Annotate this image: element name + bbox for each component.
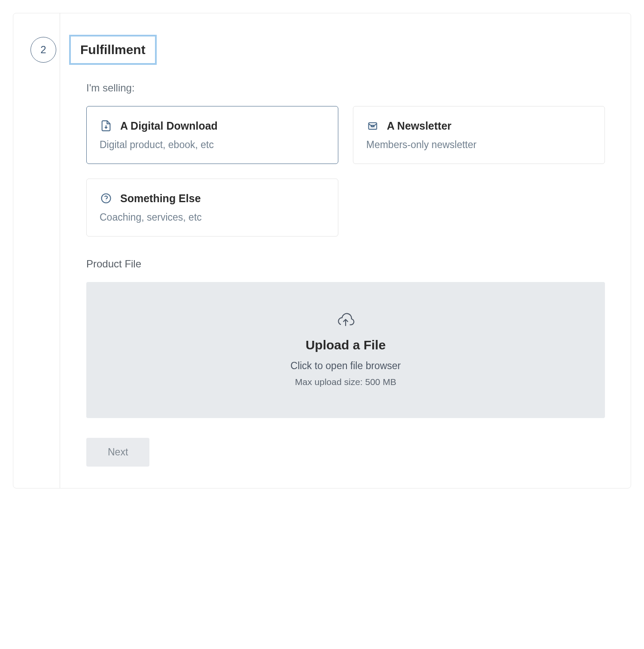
footer-row: Next xyxy=(86,438,605,467)
option-digital-download[interactable]: A Digital Download Digital product, eboo… xyxy=(86,106,338,164)
cloud-upload-icon xyxy=(103,313,588,328)
timeline-line xyxy=(60,13,60,488)
selling-options-grid: A Digital Download Digital product, eboo… xyxy=(86,106,605,237)
option-desc: Members-only newsletter xyxy=(366,139,592,151)
step-header: 2 Fulfillment xyxy=(30,35,605,65)
option-desc: Coaching, services, etc xyxy=(100,212,325,223)
upload-dropzone[interactable]: Upload a File Click to open file browser… xyxy=(86,282,605,418)
option-title: A Digital Download xyxy=(120,120,218,132)
step-title: Fulfillment xyxy=(69,35,157,65)
svg-rect-1 xyxy=(369,123,377,129)
option-desc: Digital product, ebook, etc xyxy=(100,139,325,151)
option-title-row: A Newsletter xyxy=(366,119,592,132)
upload-subtitle: Click to open file browser xyxy=(103,360,588,372)
step-number-text: 2 xyxy=(40,44,46,56)
step-number-badge: 2 xyxy=(30,37,56,63)
option-something-else[interactable]: Something Else Coaching, services, etc xyxy=(86,179,338,237)
option-title: A Newsletter xyxy=(387,120,452,132)
upload-hint: Max upload size: 500 MB xyxy=(103,377,588,387)
svg-point-5 xyxy=(106,200,106,201)
upload-title: Upload a File xyxy=(103,338,588,352)
question-circle-icon xyxy=(100,192,112,205)
newsletter-icon xyxy=(366,119,379,132)
selling-label: I'm selling: xyxy=(86,82,605,94)
option-title: Something Else xyxy=(120,192,201,205)
option-newsletter[interactable]: A Newsletter Members-only newsletter xyxy=(353,106,605,164)
option-title-row: A Digital Download xyxy=(100,119,325,132)
step-content: I'm selling: A Digital Download Digital … xyxy=(86,82,605,467)
option-title-row: Something Else xyxy=(100,192,325,205)
file-download-icon xyxy=(100,119,112,132)
product-file-heading: Product File xyxy=(86,258,605,270)
next-button[interactable]: Next xyxy=(86,438,149,467)
fulfillment-step-panel: 2 Fulfillment I'm selling: A Digital D xyxy=(13,13,631,488)
svg-point-4 xyxy=(102,194,111,203)
